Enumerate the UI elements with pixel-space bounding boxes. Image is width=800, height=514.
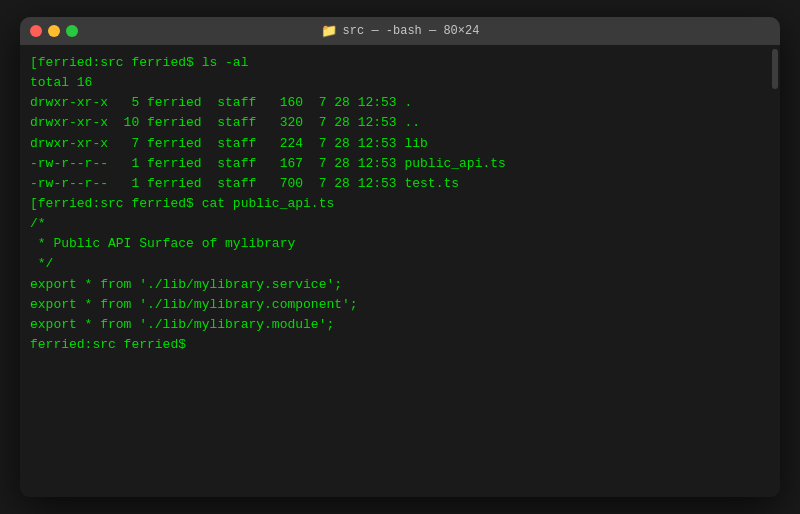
terminal-line: /* xyxy=(30,214,770,234)
close-button[interactable] xyxy=(30,25,42,37)
terminal-line: export * from './lib/mylibrary.service'; xyxy=(30,275,770,295)
minimize-button[interactable] xyxy=(48,25,60,37)
folder-icon: 📁 xyxy=(321,23,337,39)
terminal-line: drwxr-xr-x 10 ferried staff 320 7 28 12:… xyxy=(30,113,770,133)
terminal-line: [ferried:src ferried$ ls -al xyxy=(30,53,770,73)
terminal-line: export * from './lib/mylibrary.module'; xyxy=(30,315,770,335)
titlebar: 📁 src — -bash — 80×24 xyxy=(20,17,780,45)
terminal-line: drwxr-xr-x 7 ferried staff 224 7 28 12:5… xyxy=(30,134,770,154)
terminal-window: 📁 src — -bash — 80×24 [ferried:src ferri… xyxy=(20,17,780,497)
terminal-line: -rw-r--r-- 1 ferried staff 700 7 28 12:5… xyxy=(30,174,770,194)
scrollbar[interactable] xyxy=(772,49,778,89)
terminal-line: export * from './lib/mylibrary.component… xyxy=(30,295,770,315)
terminal-line: drwxr-xr-x 5 ferried staff 160 7 28 12:5… xyxy=(30,93,770,113)
maximize-button[interactable] xyxy=(66,25,78,37)
terminal-content: [ferried:src ferried$ ls -altotal 16drwx… xyxy=(30,53,770,355)
terminal-line: ferried:src ferried$ xyxy=(30,335,770,355)
titlebar-title: 📁 src — -bash — 80×24 xyxy=(321,23,480,39)
terminal-body[interactable]: [ferried:src ferried$ ls -altotal 16drwx… xyxy=(20,45,780,497)
terminal-line: total 16 xyxy=(30,73,770,93)
window-buttons xyxy=(30,25,78,37)
window-title: src — -bash — 80×24 xyxy=(343,24,480,38)
terminal-line: -rw-r--r-- 1 ferried staff 167 7 28 12:5… xyxy=(30,154,770,174)
terminal-line: */ xyxy=(30,254,770,274)
terminal-line: [ferried:src ferried$ cat public_api.ts xyxy=(30,194,770,214)
terminal-line: * Public API Surface of mylibrary xyxy=(30,234,770,254)
